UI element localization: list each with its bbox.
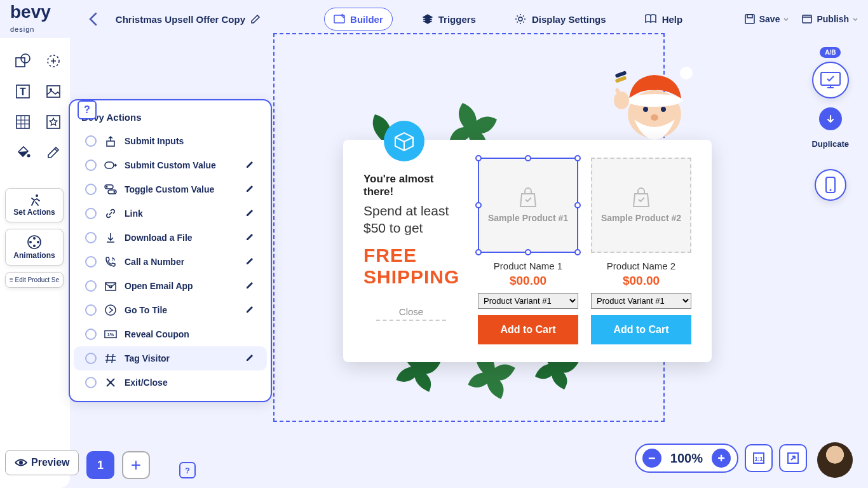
action-goto-tile[interactable]: Go To Tile (74, 298, 267, 322)
nav-tabs: Builder Triggers Display Settings Help (324, 8, 691, 30)
box-icon (384, 121, 424, 161)
zoom-out-button[interactable]: − (642, 449, 661, 468)
document-title[interactable]: Christmas Upsell Offer Copy (116, 14, 261, 25)
svg-point-20 (29, 241, 32, 243)
svg-point-26 (114, 191, 116, 193)
upsell-popup: You're almost there! Spend at least $50 … (343, 140, 712, 362)
fill-tool-icon[interactable] (13, 142, 33, 163)
product-name: Product Name 1 (494, 261, 562, 271)
add-element-icon[interactable] (43, 51, 64, 71)
add-to-cart-button[interactable]: Add to Cart (591, 315, 691, 344)
help-badge[interactable]: ? (78, 100, 97, 119)
pencil-icon[interactable] (245, 233, 255, 243)
svg-rect-4 (803, 15, 811, 23)
save-icon (744, 13, 756, 25)
tab-builder[interactable]: Builder (324, 8, 393, 30)
reel-icon (27, 234, 42, 250)
fullscreen-button[interactable] (779, 444, 807, 472)
product-name: Product Name 2 (607, 261, 675, 271)
product-column-2: Sample Product #2 Product Name 2 $00.00 … (591, 158, 691, 344)
product-price: $00.00 (623, 274, 660, 288)
product-placeholder-1[interactable]: Sample Product #1 (478, 158, 578, 253)
pencil-icon[interactable] (245, 353, 255, 363)
svg-point-29 (105, 305, 116, 315)
edit-icon[interactable] (250, 14, 261, 24)
pencil-icon[interactable] (245, 208, 255, 219)
arrow-down-icon (825, 114, 836, 124)
action-exit-close[interactable]: Exit/Close (74, 370, 267, 395)
animations-button[interactable]: Animations (5, 229, 64, 266)
tab-help[interactable]: Help (635, 9, 692, 30)
variant-select[interactable]: Product Variant #1 (478, 293, 578, 309)
text-tool-icon[interactable]: T (13, 81, 33, 102)
pencil-icon[interactable] (245, 305, 255, 315)
zoom-in-button[interactable]: + (712, 449, 731, 468)
variant-select[interactable]: Product Variant #1 (591, 293, 691, 309)
help-badge-2[interactable]: ? (179, 462, 196, 478)
preview-button[interactable]: Preview (5, 450, 79, 475)
product-placeholder-2[interactable]: Sample Product #2 (591, 158, 691, 253)
ab-test-badge[interactable]: A/B (820, 47, 841, 58)
user-avatar[interactable] (817, 442, 853, 478)
svg-point-37 (651, 114, 658, 121)
pencil-icon[interactable] (245, 184, 255, 194)
shape-tool-icon[interactable] (13, 51, 33, 71)
bag-icon (632, 187, 651, 208)
pencil-icon[interactable] (245, 160, 255, 170)
duplicate-label: Duplicate (811, 139, 849, 149)
back-button[interactable] (83, 9, 103, 29)
mobile-icon (825, 176, 836, 194)
tab-display-settings[interactable]: Display Settings (505, 8, 615, 30)
zoom-controls: − 100% + 1:1 (635, 444, 807, 473)
svg-rect-12 (17, 116, 29, 128)
svg-point-35 (643, 107, 648, 112)
action-toggle-custom[interactable]: Toggle Custom Value (74, 177, 267, 201)
bag-icon (519, 187, 538, 208)
pencil-icon[interactable] (245, 257, 255, 267)
page-1[interactable]: 1 (86, 451, 114, 479)
mobile-view-button[interactable] (815, 169, 846, 201)
svg-point-15 (36, 194, 38, 197)
set-actions-button[interactable]: Set Actions (5, 188, 64, 222)
duplicate-button[interactable] (819, 107, 842, 130)
toggle-icon (104, 183, 117, 196)
download-icon (104, 231, 117, 244)
action-reveal-coupon[interactable]: 1%Reveal Coupon (74, 322, 267, 346)
svg-point-36 (661, 107, 666, 112)
eye-icon (15, 458, 27, 467)
image-tool-icon[interactable] (43, 81, 64, 102)
publish-button[interactable]: Publish (801, 13, 858, 25)
panel-title: Bevy Actions (70, 112, 271, 129)
action-link[interactable]: Link (74, 201, 267, 226)
pencil-icon[interactable] (245, 281, 255, 291)
gear-icon (514, 13, 527, 25)
fit-button[interactable]: 1:1 (745, 444, 773, 472)
grid-tool-icon[interactable] (13, 112, 33, 132)
svg-point-14 (27, 154, 31, 158)
action-download[interactable]: Download a File (74, 226, 267, 250)
coupon-icon: 1% (104, 328, 117, 341)
star-tool-icon[interactable] (43, 112, 64, 132)
tab-triggers[interactable]: Triggers (413, 8, 485, 30)
action-submit-inputs[interactable]: Submit Inputs (74, 129, 267, 153)
layers-icon (422, 13, 433, 25)
submit-icon (104, 135, 117, 147)
save-button[interactable]: Save (744, 13, 789, 25)
add-page-button[interactable]: + (122, 451, 150, 479)
action-submit-custom[interactable]: Submit Custom Value (74, 153, 267, 177)
add-to-cart-button[interactable]: Add to Cart (478, 315, 578, 344)
svg-point-38 (614, 92, 629, 109)
action-tag-visitor[interactable]: Tag Visitor (74, 346, 267, 370)
close-link[interactable]: Close (376, 306, 446, 321)
chevron-down-icon (853, 18, 858, 21)
hash-icon (104, 352, 117, 365)
desktop-view-button[interactable] (812, 62, 849, 98)
action-call[interactable]: Call a Number (74, 250, 267, 274)
svg-text:1:1: 1:1 (754, 456, 763, 462)
svg-text:T: T (20, 86, 26, 97)
action-email[interactable]: Open Email App (74, 274, 267, 298)
draw-tool-icon[interactable] (43, 142, 64, 163)
publish-icon (801, 13, 813, 25)
edit-product-button[interactable]: ≡ Edit Product Se (5, 272, 64, 288)
actions-panel: Bevy Actions Submit Inputs Submit Custom… (69, 99, 272, 402)
